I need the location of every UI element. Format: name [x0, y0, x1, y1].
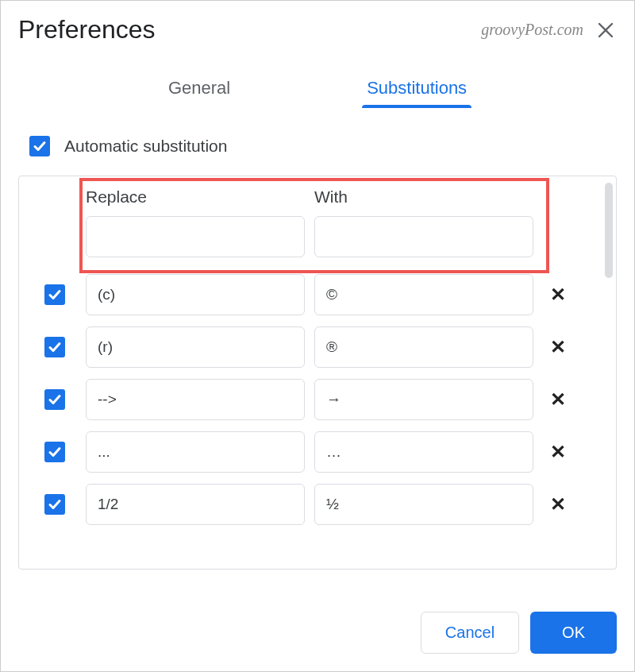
scrollbar[interactable] [605, 183, 613, 278]
replace-input[interactable]: 1/2 [86, 484, 305, 525]
new-replace-input[interactable] [86, 216, 305, 257]
auto-substitution-label: Automatic substitution [64, 137, 227, 156]
delete-row-button[interactable]: ✕ [543, 493, 573, 516]
new-with-input[interactable] [314, 216, 533, 257]
cancel-button[interactable]: Cancel [421, 612, 519, 654]
delete-row-button[interactable]: ✕ [543, 441, 573, 463]
auto-substitution-checkbox[interactable] [29, 136, 50, 156]
dialog-title: Preferences [18, 15, 156, 44]
preferences-dialog: Preferences groovyPost.com General Subst… [1, 1, 634, 671]
replace-input[interactable]: (r) [86, 326, 305, 368]
row-checkbox[interactable] [44, 337, 65, 357]
column-header-replace: Replace [86, 187, 305, 207]
replace-input[interactable]: ... [86, 431, 305, 473]
row-checkbox[interactable] [44, 442, 65, 462]
row-checkbox[interactable] [44, 494, 65, 515]
check-icon [48, 445, 62, 459]
with-input[interactable]: ® [314, 326, 533, 368]
table-header-row: Replace With [30, 183, 605, 211]
replace-input[interactable]: (c) [86, 274, 305, 315]
close-button[interactable] [595, 19, 617, 41]
row-checkbox[interactable] [44, 284, 65, 305]
replace-input[interactable]: --> [86, 379, 305, 420]
header-right: groovyPost.com [481, 19, 617, 41]
dialog-footer: Cancel OK [1, 594, 634, 671]
column-header-with: With [314, 187, 533, 207]
new-substitution-row [30, 211, 605, 268]
substitution-row: (c) © ✕ [30, 268, 605, 321]
delete-row-button[interactable]: ✕ [543, 336, 573, 358]
substitution-row: ... … ✕ [30, 426, 605, 478]
close-icon [598, 22, 614, 38]
tab-substitutions[interactable]: Substitutions [362, 71, 471, 106]
table-inner: Replace With (c) © ✕ (r) ® [19, 176, 616, 531]
with-input[interactable]: © [314, 274, 533, 315]
ok-button[interactable]: OK [530, 612, 617, 654]
row-checkbox[interactable] [44, 389, 65, 410]
check-icon [48, 288, 62, 302]
delete-row-button[interactable]: ✕ [543, 388, 573, 411]
dialog-header: Preferences groovyPost.com [1, 1, 634, 52]
substitution-row: --> → ✕ [30, 373, 605, 426]
delete-row-button[interactable]: ✕ [543, 284, 573, 306]
check-icon [33, 139, 47, 153]
tab-general[interactable]: General [164, 71, 235, 106]
check-icon [48, 340, 62, 354]
with-input[interactable]: … [314, 431, 533, 473]
check-icon [48, 392, 62, 407]
check-icon [48, 497, 62, 512]
substitutions-table: Replace With (c) © ✕ (r) ® [18, 176, 617, 570]
with-input[interactable]: → [314, 379, 533, 420]
with-input[interactable]: ½ [314, 484, 533, 525]
substitution-row: (r) ® ✕ [30, 321, 605, 373]
watermark-text: groovyPost.com [481, 21, 583, 39]
auto-substitution-row: Automatic substitution [1, 107, 634, 176]
substitution-row: 1/2 ½ ✕ [30, 478, 605, 531]
tab-bar: General Substitutions [1, 71, 634, 107]
